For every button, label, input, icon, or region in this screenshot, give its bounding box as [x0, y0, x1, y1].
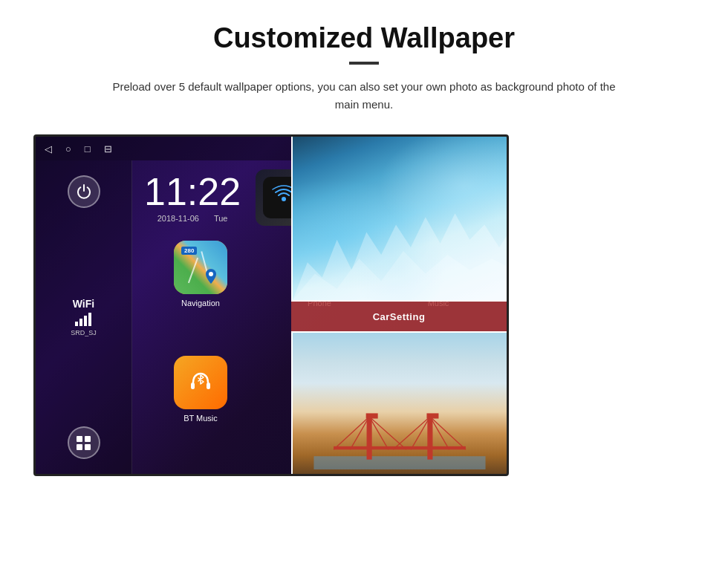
clock-section: 11:22 2018-11-06 Tue [144, 172, 241, 223]
app-item-btmusic[interactable]: BT Music [144, 356, 257, 465]
nav-badge: 280 [181, 247, 197, 255]
page-title: Customized Wallpaper [213, 22, 515, 54]
skip-icon[interactable]: ⏮ [327, 187, 345, 208]
location-icon: 📍 [446, 144, 456, 154]
chrome-icon [293, 356, 346, 409]
app-grid: 280 Navigation [132, 235, 507, 474]
home-button[interactable]: ○ [65, 143, 71, 154]
left-sidebar: WiFi SRD_SJ [36, 160, 132, 474]
page-wrapper: Customized Wallpaper Preload over 5 defa… [0, 0, 728, 563]
btmusic-icon [174, 356, 227, 409]
recent-button[interactable]: □ [85, 143, 91, 154]
navigation-icon: 280 [174, 241, 227, 294]
clock-date: 2018-11-06 Tue [144, 214, 241, 223]
status-time: 11:22 [473, 143, 498, 154]
video-icon [412, 356, 465, 409]
media-app-icon[interactable] [256, 169, 312, 226]
page-description: Preload over 5 default wallpaper options… [104, 78, 624, 114]
status-bar: ◁ ○ □ ⊟ 📍 ▼ 11:22 [36, 137, 507, 160]
btmusic-label: BT Music [183, 414, 218, 423]
clock-time: 11:22 [144, 172, 241, 211]
app-item-music[interactable]: Music [382, 241, 495, 350]
svg-rect-5 [191, 383, 195, 389]
chrome-label: Chrome [305, 414, 334, 423]
back-button[interactable]: ◁ [45, 143, 52, 154]
phone-icon [293, 241, 346, 294]
signal-icon: ▼ [461, 144, 469, 153]
bt-svg [184, 366, 217, 399]
svg-point-0 [282, 197, 286, 201]
apps-button[interactable] [68, 426, 100, 459]
screenshot-button[interactable]: ⊟ [104, 143, 112, 154]
nav-buttons: ◁ ○ □ ⊟ [45, 143, 112, 154]
svg-rect-6 [207, 383, 210, 389]
title-divider [349, 62, 379, 65]
svg-point-1 [209, 272, 213, 276]
app-item-video[interactable]: Video [382, 356, 495, 465]
wifi-section: WiFi SRD_SJ [71, 298, 97, 336]
video-svg [422, 366, 455, 399]
main-content: WiFi SRD_SJ [36, 160, 507, 474]
power-button[interactable] [68, 175, 100, 208]
wifi-label: WiFi [71, 298, 97, 310]
phone-label: Phone [308, 299, 331, 307]
music-icon [412, 241, 465, 294]
music-label: Music [428, 299, 449, 307]
top-area: 11:22 2018-11-06 Tue [132, 160, 507, 235]
app-item-chrome[interactable]: Chrome [263, 356, 376, 465]
status-right: 📍 ▼ 11:22 [446, 143, 498, 154]
screen-main: 11:22 2018-11-06 Tue [132, 160, 507, 474]
app-item-navigation[interactable]: 280 Navigation [144, 241, 257, 350]
clock-day: Tue [214, 214, 228, 223]
music-svg [422, 251, 455, 284]
clock-date-value: 2018-11-06 [157, 214, 199, 223]
phone-svg [303, 251, 336, 284]
chrome-svg [303, 366, 336, 399]
wifi-bars [71, 313, 97, 326]
svg-point-4 [437, 266, 440, 269]
app-item-phone[interactable]: Phone [263, 241, 376, 350]
map-pin-icon [201, 267, 221, 288]
apps-grid-icon [77, 436, 91, 450]
video-label: Video [428, 414, 449, 423]
wifi-ssid: SRD_SJ [71, 329, 97, 336]
android-screen: ◁ ○ □ ⊟ 📍 ▼ 11:22 [33, 134, 509, 476]
wifi-signal-icon [269, 183, 299, 212]
navigation-label: Navigation [181, 299, 220, 307]
device-area: ◁ ○ □ ⊟ 📍 ▼ 11:22 [33, 134, 695, 476]
bluetooth-text: B [360, 188, 371, 207]
